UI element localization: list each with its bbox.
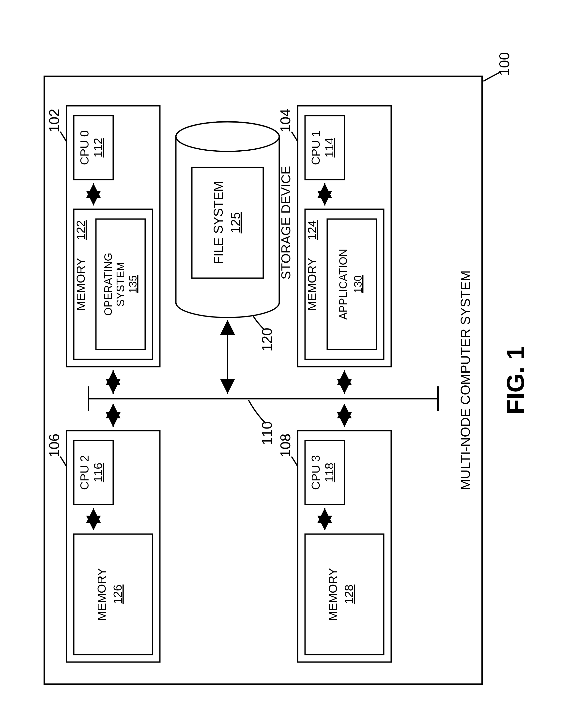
svg-text:MEMORY: MEMORY bbox=[95, 568, 108, 621]
file-system-box bbox=[192, 167, 263, 278]
svg-text:MEMORY: MEMORY bbox=[74, 258, 87, 311]
system-label: MULTI-NODE COMPUTER SYSTEM bbox=[458, 270, 473, 490]
svg-text:OPERATING: OPERATING bbox=[102, 253, 114, 316]
svg-text:135: 135 bbox=[127, 275, 139, 293]
svg-text:APPLICATION: APPLICATION bbox=[337, 249, 349, 320]
node-106: 106 CPU 2 116 MEMORY 126 bbox=[46, 404, 160, 662]
svg-text:CPU 1: CPU 1 bbox=[309, 130, 322, 165]
svg-text:114: 114 bbox=[323, 138, 336, 158]
svg-text:112: 112 bbox=[92, 138, 105, 158]
svg-point-6 bbox=[176, 122, 279, 151]
svg-text:100: 100 bbox=[496, 52, 512, 76]
storage-label: STORAGE DEVICE bbox=[279, 166, 293, 279]
svg-text:104: 104 bbox=[277, 109, 293, 133]
svg-text:SYSTEM: SYSTEM bbox=[114, 262, 127, 307]
ref-100: 100 bbox=[483, 52, 512, 81]
ref-110: 110 bbox=[249, 400, 275, 445]
svg-text:124: 124 bbox=[305, 220, 318, 240]
svg-text:110: 110 bbox=[259, 421, 275, 445]
file-system-label: FILE SYSTEM bbox=[211, 181, 225, 264]
svg-text:CPU 3: CPU 3 bbox=[309, 455, 322, 490]
svg-text:128: 128 bbox=[342, 585, 355, 604]
ref-120-text: 120 bbox=[259, 328, 275, 352]
svg-text:130: 130 bbox=[352, 275, 364, 293]
svg-text:CPU 2: CPU 2 bbox=[78, 455, 91, 490]
svg-text:106: 106 bbox=[46, 434, 62, 458]
svg-text:118: 118 bbox=[323, 463, 336, 482]
svg-text:102: 102 bbox=[46, 109, 62, 133]
figure-label: FIG. 1 bbox=[502, 346, 529, 414]
node-104: 104 CPU 1 114 MEMORY 124 APPLICATION 130 bbox=[277, 106, 391, 394]
svg-text:116: 116 bbox=[92, 463, 105, 482]
file-system-ref: 125 bbox=[228, 212, 243, 234]
svg-text:MEMORY: MEMORY bbox=[326, 568, 339, 621]
svg-text:122: 122 bbox=[74, 220, 87, 240]
svg-text:CPU 0: CPU 0 bbox=[78, 130, 91, 165]
node-108: 108 CPU 3 118 MEMORY 128 bbox=[277, 404, 391, 662]
node-102: 102 CPU 0 112 MEMORY 122 OPERATING SYSTE… bbox=[46, 106, 160, 394]
diagram-canvas: 100 110 FILE SYSTEM 125 STORAGE DEVICE 1… bbox=[0, 0, 569, 728]
svg-text:MEMORY: MEMORY bbox=[305, 258, 318, 311]
interconnect-bus bbox=[89, 386, 438, 411]
svg-text:108: 108 bbox=[277, 434, 293, 458]
storage-device: FILE SYSTEM 125 STORAGE DEVICE 120 bbox=[176, 122, 293, 394]
svg-text:126: 126 bbox=[111, 585, 124, 604]
